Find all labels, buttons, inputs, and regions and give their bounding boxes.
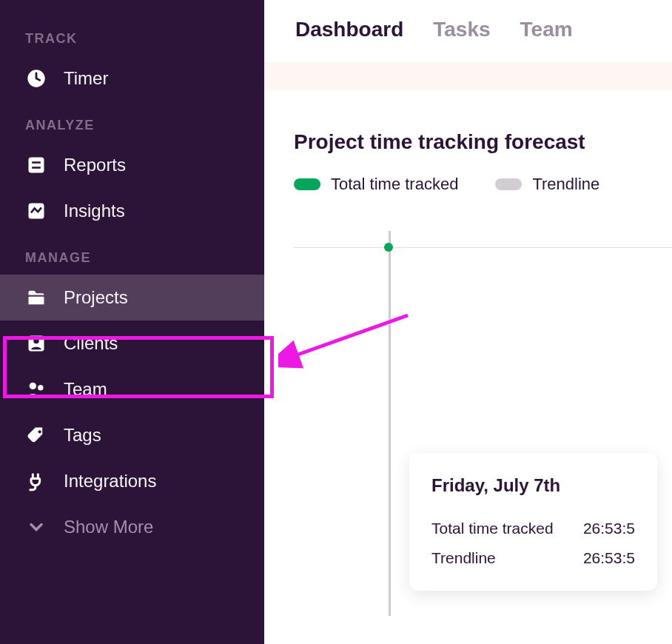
reports-icon	[25, 154, 47, 176]
svg-rect-1	[29, 158, 44, 173]
sidebar-section-track: TRACK	[0, 15, 264, 56]
integrations-icon	[25, 470, 47, 492]
sidebar-section-manage: MANAGE	[0, 234, 264, 275]
chart-title: Project time tracking forecast	[294, 130, 672, 154]
tab-tasks[interactable]: Tasks	[433, 18, 490, 41]
tooltip-row-value: 26:53:5	[583, 549, 635, 567]
chart-tooltip: Friday, July 7th Total time tracked 26:5…	[409, 453, 657, 591]
tab-team[interactable]: Team	[520, 18, 573, 41]
main-tabs: Dashboard Tasks Team	[264, 0, 672, 62]
nav-label: Clients	[64, 333, 118, 354]
client-icon	[25, 332, 47, 355]
tab-dashboard[interactable]: Dashboard	[295, 18, 403, 41]
banner-strip	[264, 62, 672, 90]
sidebar-item-projects[interactable]: Projects	[0, 275, 264, 321]
tooltip-row-label: Total time tracked	[431, 520, 554, 537]
sidebar-section-analyze: ANALYZE	[0, 101, 264, 142]
nav-label: Show More	[64, 517, 153, 537]
chart-area: Project time tracking forecast Total tim…	[264, 90, 672, 616]
tooltip-title: Friday, July 7th	[431, 475, 635, 496]
chart-cursor-line	[389, 231, 391, 616]
tooltip-row-value: 26:53:5	[583, 520, 635, 537]
tooltip-row-label: Trendline	[431, 549, 496, 567]
tooltip-row-trendline: Trendline 26:53:5	[431, 543, 635, 573]
nav-label: Team	[64, 379, 107, 400]
legend-total-time[interactable]: Total time tracked	[294, 175, 458, 194]
svg-point-10	[38, 430, 41, 433]
svg-point-7	[33, 338, 38, 343]
clock-icon	[25, 67, 47, 90]
nav-label: Timer	[64, 68, 108, 89]
sidebar-item-show-more[interactable]: Show More	[0, 504, 264, 550]
nav-label: Projects	[64, 287, 128, 308]
tags-icon	[25, 424, 47, 446]
nav-label: Reports	[64, 155, 126, 175]
sidebar: TRACK Timer ANALYZE Reports Insights MAN…	[0, 0, 264, 644]
chart-data-point	[384, 243, 393, 252]
sidebar-item-integrations[interactable]: Integrations	[0, 458, 264, 504]
nav-label: Integrations	[64, 471, 156, 492]
legend-swatch-green	[294, 178, 320, 190]
svg-rect-5	[29, 297, 44, 305]
folder-icon	[25, 286, 47, 309]
legend-trendline[interactable]: Trendline	[495, 175, 599, 194]
sidebar-item-team[interactable]: Team	[0, 366, 264, 412]
sidebar-item-insights[interactable]: Insights	[0, 188, 264, 234]
main-content: Dashboard Tasks Team Project time tracki…	[264, 0, 672, 644]
nav-label: Tags	[64, 425, 101, 446]
legend-swatch-grey	[495, 178, 522, 190]
sidebar-item-reports[interactable]: Reports	[0, 142, 264, 188]
nav-label: Insights	[64, 201, 125, 221]
svg-point-8	[30, 383, 36, 389]
legend-label: Total time tracked	[331, 175, 458, 194]
legend-label: Trendline	[532, 175, 599, 194]
chart-gridline	[294, 247, 672, 248]
sidebar-item-timer[interactable]: Timer	[0, 56, 264, 101]
sidebar-item-tags[interactable]: Tags	[0, 412, 264, 458]
team-icon	[25, 378, 47, 400]
insights-icon	[25, 200, 47, 222]
tooltip-row-total: Total time tracked 26:53:5	[431, 514, 635, 543]
chart-legend: Total time tracked Trendline	[294, 175, 672, 194]
svg-point-9	[38, 385, 43, 390]
chevron-down-icon	[25, 516, 47, 538]
sidebar-item-clients[interactable]: Clients	[0, 321, 264, 366]
chart-canvas: Friday, July 7th Total time tracked 26:5…	[294, 231, 672, 616]
